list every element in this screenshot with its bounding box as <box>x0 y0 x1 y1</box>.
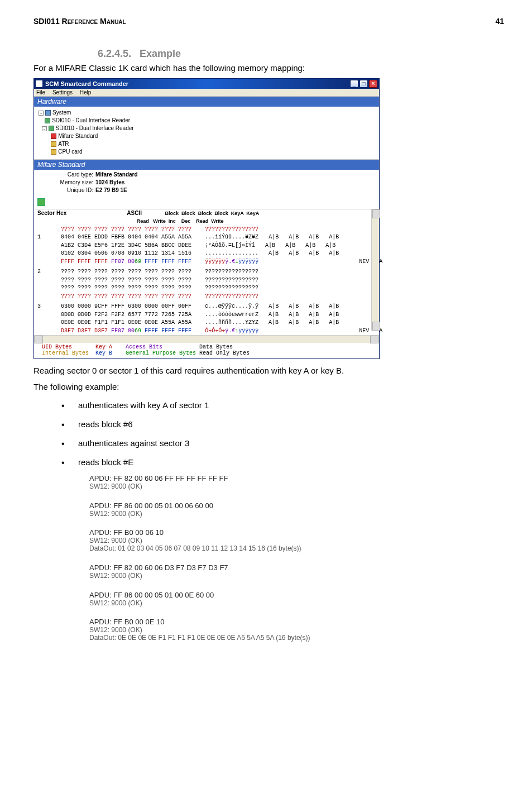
table-row: 3 6300 0000 9CFF FFFF 6300 0000 00FF 00F… <box>34 303 379 311</box>
hardware-tree: -System SDI010 - Dual Interface Reader -… <box>34 107 379 160</box>
mifare-section-bar: Mifare Standard <box>34 160 379 170</box>
apdu-sw: SW12: 9000 (OK) <box>89 572 504 580</box>
scm-commander-window: SCM Smartcard Commander _ □ × File Setti… <box>33 78 380 360</box>
page-header: SDI011 Reference Manual 41 <box>33 17 504 26</box>
list-item: reads block #6 <box>61 418 504 431</box>
close-button[interactable]: × <box>369 80 377 88</box>
apdu-sw: SW12: 9000 (OK) <box>89 627 504 634</box>
hardware-section-bar: Hardware <box>34 97 379 107</box>
window-titlebar[interactable]: SCM Smartcard Commander _ □ × <box>34 79 379 89</box>
apdu-log: APDU: FF 82 00 60 06 FF FF FF FF FF FF S… <box>89 475 504 642</box>
minimize-button[interactable]: _ <box>350 80 358 88</box>
table-row: 0E0E 0E0E F1F1 F1F1 0E0E 0E0E A55A A55A … <box>34 319 379 327</box>
table-row: ???? ???? ???? ???? ???? ???? ???? ???? … <box>34 226 379 234</box>
table-row: A1B2 C3D4 E5F6 1F2E 3D4C 5B6A BBCC DDEE … <box>34 242 379 250</box>
apdu-line: APDU: FF 82 00 60 06 FF FF FF FF FF FF <box>89 475 504 483</box>
table-row: 0D0D 0D0D F2F2 F2F2 6577 7772 7265 725A … <box>34 311 379 319</box>
table-row: 1 0404 04EE EDDD FBFB 0404 0404 A55A A55… <box>34 233 379 242</box>
hex-header: Sector Hex ASCII Block Block Block Block… <box>34 209 379 218</box>
toolbar <box>34 197 379 209</box>
vertical-scrollbar[interactable] <box>371 209 379 331</box>
menubar: File Settings Help <box>34 89 379 97</box>
app-icon <box>36 80 42 87</box>
menu-settings[interactable]: Settings <box>52 89 73 95</box>
legend: UID Bytes Key A Access Bits Data Bytes I… <box>34 343 379 359</box>
table-row: 0102 0304 0506 0708 0910 1112 1314 1516 … <box>34 250 379 258</box>
save-icon[interactable] <box>37 198 45 206</box>
section-heading: 6.2.4.5. Example <box>98 48 504 60</box>
tree-mifare-standard[interactable]: Mifare Standard <box>39 132 375 140</box>
list-item: authenticates against sector 3 <box>61 437 504 450</box>
page-number: 41 <box>495 17 504 26</box>
tree-cpu-card[interactable]: CPU card <box>39 148 375 156</box>
apdu-line: APDU: FF 86 00 00 05 01 00 06 60 00 <box>89 502 504 510</box>
body-text: The following example: <box>33 381 504 394</box>
intro-text: For a MIFARE Classic 1K card which has t… <box>33 62 504 75</box>
menu-help[interactable]: Help <box>80 89 92 95</box>
body-text: Reading sector 0 or sector 1 of this car… <box>33 365 504 377</box>
apdu-dataout: DataOut: 01 02 03 04 05 06 07 08 09 10 1… <box>89 545 504 553</box>
tree-reader-2[interactable]: -SDI010 - Dual Interface Reader <box>39 125 375 132</box>
card-info: Card type:Mifare Standard Memory size:10… <box>34 170 379 197</box>
maximize-button[interactable]: □ <box>360 80 368 88</box>
apdu-sw: SW12: 9000 (OK) <box>89 537 504 545</box>
table-row: D3F7 D3F7 D3F7 FF07 8069 FFFF FFFF FFFF … <box>34 327 379 336</box>
list-item: authenticates with key A of sector 1 <box>61 399 504 412</box>
apdu-sw: SW12: 9000 (OK) <box>89 510 504 518</box>
table-row: ???? ???? ???? ???? ???? ???? ???? ???? … <box>34 293 379 301</box>
apdu-sw: SW12: 9000 (OK) <box>89 483 504 491</box>
tree-atr[interactable]: ATR <box>39 140 375 148</box>
table-row: ???? ???? ???? ???? ???? ???? ???? ???? … <box>34 276 379 285</box>
bullet-list: authenticates with key A of sector 1 rea… <box>61 399 504 469</box>
window-title: SCM Smartcard Commander <box>45 80 350 87</box>
apdu-line: APDU: FF 82 00 60 06 D3 F7 D3 F7 D3 F7 <box>89 564 504 572</box>
table-row: FFFF FFFF FFFF FF07 8069 FFFF FFFF FFFF … <box>34 258 379 266</box>
horizontal-scrollbar[interactable] <box>34 335 379 343</box>
table-row: 2 ???? ???? ???? ???? ???? ???? ???? ???… <box>34 268 379 276</box>
list-item: reads block #E <box>61 456 504 469</box>
apdu-dataout: DataOut: 0E 0E 0E 0E F1 F1 F1 F1 0E 0E 0… <box>89 634 504 642</box>
table-row: ???? ???? ???? ???? ???? ???? ???? ???? … <box>34 284 379 293</box>
apdu-sw: SW12: 9000 (OK) <box>89 600 504 608</box>
apdu-line: APDU: FF B0 00 06 10 <box>89 529 504 537</box>
tree-system[interactable]: -System <box>39 109 375 117</box>
hex-view: Sector Hex ASCII Block Block Block Block… <box>34 209 379 343</box>
tree-reader-1[interactable]: SDI010 - Dual Interface Reader <box>39 117 375 125</box>
apdu-line: APDU: FF 86 00 00 05 01 00 0E 60 00 <box>89 591 504 600</box>
apdu-line: APDU: FF B0 00 0E 10 <box>89 618 504 627</box>
doc-title: SDI011 Reference Manual <box>33 17 126 26</box>
menu-file[interactable]: File <box>36 89 45 95</box>
